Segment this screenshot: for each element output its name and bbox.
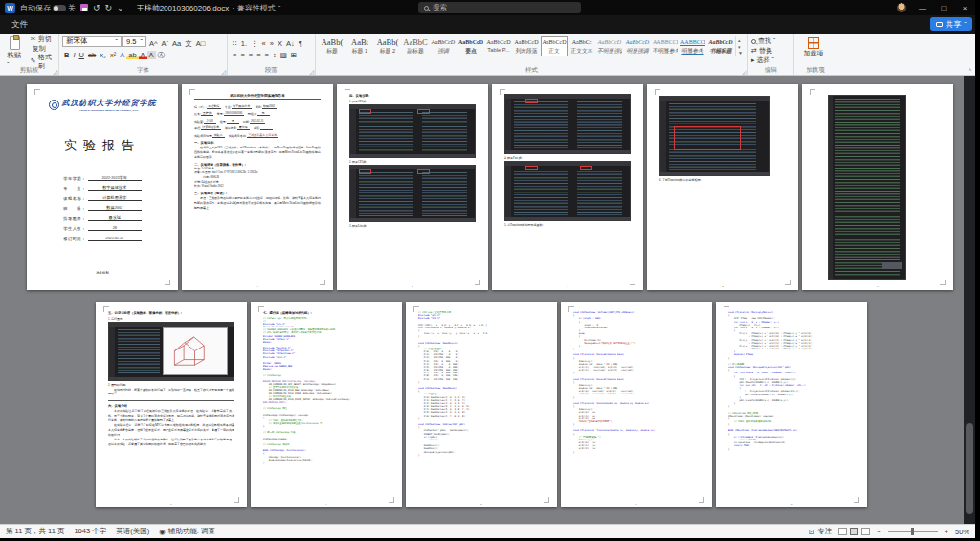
close-button[interactable]: × <box>954 0 975 15</box>
share-button[interactable]: 共享 ˇ <box>930 17 972 31</box>
title-chevron-icon[interactable]: ˇ <box>278 4 281 12</box>
gallery-down-icon[interactable]: ▾ <box>738 44 743 50</box>
replace-button[interactable]: ⇄替换 <box>751 47 791 56</box>
zoom-out-button[interactable]: − <box>877 528 880 536</box>
print-layout-button[interactable] <box>850 528 858 535</box>
strikethrough-button[interactable]: ab <box>86 51 98 59</box>
char-shading-button[interactable]: A <box>147 51 156 59</box>
web-layout-button[interactable] <box>861 528 870 535</box>
distribute-button[interactable]: ≡ <box>263 51 271 59</box>
superscript-button[interactable]: x² <box>108 51 118 59</box>
style-body[interactable]: AaBbCcD正文 <box>541 36 568 56</box>
style-subtitle[interactable]: AaBbC副标题 <box>402 36 429 56</box>
word-logo-icon[interactable]: W <box>5 3 15 13</box>
cut-button[interactable]: ✂剪切 <box>31 35 56 44</box>
zoom-in-button[interactable]: + <box>945 528 948 536</box>
collapse-ribbon-icon[interactable]: ^ <box>969 67 971 74</box>
share-icon <box>936 22 943 27</box>
align-center-button[interactable]: ≡ <box>238 51 246 59</box>
zoom-level[interactable]: 50% <box>955 528 969 536</box>
vs-screenshot <box>659 96 770 176</box>
scrollbar-thumb[interactable] <box>966 423 973 514</box>
accessibility-status[interactable]: ◉辅助功能: 调查 <box>159 527 215 536</box>
style-intense-emphasis[interactable]: AaBbCcD明显强调 <box>624 36 651 56</box>
select-button[interactable]: ▸选择ˇ <box>751 56 791 65</box>
text-effects-button[interactable]: A <box>118 51 126 59</box>
subscript-button[interactable]: x₂ <box>98 51 108 59</box>
style-body-text[interactable]: AaBbCc正文文本 <box>568 36 595 56</box>
clipboard-group: 粘贴 ˇ ✂剪切复制✎格式刷 剪贴板 ◿ <box>0 34 59 75</box>
style-title[interactable]: AaBb(标题 <box>319 36 345 56</box>
undo-icon[interactable]: ↺ <box>93 4 100 12</box>
style-intense-reference[interactable]: AABBCCD明显参考 <box>679 36 706 56</box>
borders-button[interactable]: ⊞ <box>289 51 299 59</box>
styles-dialog-launcher[interactable]: ◿ <box>742 68 746 75</box>
line-spacing-button[interactable]: ↕ <box>271 51 278 59</box>
page-4[interactable]: 4. 配置Face类: 5. 为Transform类编写平移函数: 3 <box>492 84 643 290</box>
vs-code-pane <box>118 329 160 375</box>
save-icon[interactable] <box>80 4 88 11</box>
style-heading-2[interactable]: AaBb(标题 2 <box>374 36 401 56</box>
search-input[interactable]: 搜索 <box>418 2 581 13</box>
italic-button[interactable]: I <box>71 51 77 59</box>
zoom-slider[interactable] <box>888 531 938 532</box>
page-1[interactable]: 武汉纺织大学外经贸学院 College of International Bus… <box>27 84 178 290</box>
section-7-heading: 七、源代码（或增添加过的代码）: <box>263 311 390 315</box>
style-table-p[interactable]: AaBbCcDTable P... <box>485 36 512 56</box>
user-avatar[interactable] <box>897 3 906 12</box>
gallery-up-icon[interactable]: ▴ <box>738 37 743 43</box>
maximize-button[interactable]: □ <box>933 0 954 15</box>
paragraph-dialog-launcher[interactable]: ◿ <box>309 68 314 75</box>
style-list-para[interactable]: AaBbCcD列表段落 <box>513 36 540 56</box>
style-heading-1[interactable]: AaBt标题 1 <box>346 36 373 56</box>
justify-button[interactable]: ≡ <box>255 51 262 59</box>
copy-button[interactable]: 复制 <box>31 45 56 54</box>
addins-grid-icon <box>808 37 819 49</box>
page-3[interactable]: 四、实验步骤: 1. 配置CP3类: 2. 配置CP3类: 3. 配置Line类… <box>337 84 488 290</box>
page-11[interactable]: void CTransform::MultiplyMatrix(){ CP3* … <box>716 302 867 507</box>
paste-button[interactable]: 粘贴 ˇ <box>3 35 28 70</box>
read-mode-button[interactable] <box>838 528 847 535</box>
align-right-button[interactable]: ≡ <box>247 51 255 59</box>
qat-customize-icon[interactable]: ⌄ <box>117 4 124 12</box>
bold-button[interactable]: B <box>62 51 71 59</box>
zoom-slider-thumb[interactable] <box>911 528 914 535</box>
page-5[interactable]: 6. 了解Transform类中的变换矩阵: 4 <box>647 84 798 290</box>
underline-button[interactable]: U <box>78 51 86 59</box>
enclose-char-button[interactable]: Ⓐ <box>156 51 167 59</box>
language-indicator[interactable]: 英语(美国) <box>116 527 149 536</box>
clipboard-dialog-launcher[interactable]: ◿ <box>53 68 57 75</box>
page-2[interactable]: 武汉纺织大学外经贸学院实验报告单 院（系）:工程学院专业:数字媒体技术班级:数媒… <box>182 84 333 290</box>
autosave-toggle[interactable]: 自动保存 关 <box>20 3 76 13</box>
highlight-button[interactable]: ab <box>126 51 138 59</box>
minimize-button[interactable]: — <box>912 0 933 15</box>
report-header: 武汉纺织大学外经贸学院实验报告单 <box>194 94 321 101</box>
shading-button[interactable]: ▨ <box>278 51 289 59</box>
font-color-button[interactable]: A <box>139 51 147 59</box>
paste-icon <box>10 36 20 50</box>
font-dialog-launcher[interactable]: ◿ <box>221 68 226 75</box>
tab-file[interactable]: 文件 <box>4 15 35 34</box>
word-count[interactable]: 1643 个字 <box>74 527 106 536</box>
vs-screenshot <box>828 95 906 280</box>
page-10[interactable]: void CCGTestView::OnTimer(UINT_PTR nIDEv… <box>561 302 712 507</box>
page-6[interactable]: 5 <box>802 84 953 290</box>
vs-statusbar <box>505 150 630 153</box>
page-indicator[interactable]: 第 11 页，共 11 页 <box>6 527 64 536</box>
vertical-scrollbar[interactable] <box>964 76 975 524</box>
style-subtle-reference[interactable]: AABBCCD不明显参考 <box>652 36 679 56</box>
page-7[interactable]: 五、记录与处理（实验数据、图像分析、误差分析）: 1. 运行显示: <box>96 302 247 507</box>
style-subtle-emphasis[interactable]: AaBbCcD不明显强调 <box>596 36 623 56</box>
addins-button[interactable]: 加载项 <box>797 35 830 57</box>
page-9[interactable]: // CP3.cpp: 三维点类的实现#include "pch.h"#incl… <box>406 302 557 507</box>
focus-mode-button[interactable]: ⊡专注 <box>809 527 832 536</box>
vs-screenshot <box>108 322 234 381</box>
style-emphasis[interactable]: AaBbCcD强调 <box>430 36 457 56</box>
style-keypoint[interactable]: AaBbCcD要点 <box>457 36 484 56</box>
gallery-more-icon[interactable]: ▼ <box>738 50 743 56</box>
style-book-title[interactable]: AaBbCcD书籍标题 <box>707 36 734 56</box>
redo-icon[interactable]: ↻ <box>105 4 113 12</box>
page-8[interactable]: 七、源代码（或增添加过的代码）: // CGTest.cpp: 定义应用程序的类… <box>251 302 402 507</box>
styles-gallery-scroll[interactable]: ▴ ▾ ▼ <box>735 36 745 56</box>
find-button[interactable]: 查找ˇ <box>751 37 791 46</box>
